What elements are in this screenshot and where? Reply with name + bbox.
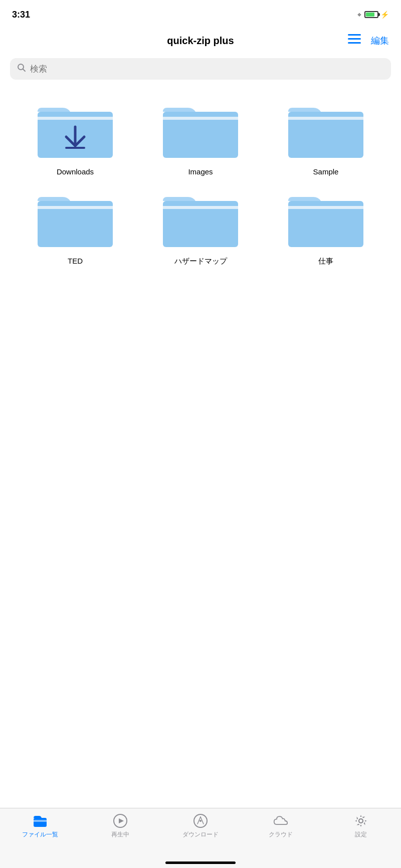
svg-rect-10: [163, 117, 238, 120]
bolt-icon: ⚡: [380, 11, 389, 19]
tab-label-playing: 再生中: [111, 830, 129, 839]
folder-item-downloads[interactable]: Downloads: [15, 98, 135, 177]
folder-label-work: 仕事: [318, 256, 333, 266]
folder-icon-sample: [286, 98, 366, 163]
status-time: 3:31: [12, 10, 30, 20]
tab-icon-files: [33, 813, 48, 828]
tab-settings[interactable]: 設定: [341, 813, 381, 839]
folder-item-images[interactable]: Images: [140, 98, 261, 177]
status-bar: 3:31 ⌖ ⚡: [0, 0, 401, 27]
folder-item-work[interactable]: 仕事: [266, 187, 386, 266]
folder-label-ted: TED: [68, 256, 83, 266]
file-grid: Downloads Images Sample: [0, 88, 401, 276]
svg-rect-6: [38, 117, 113, 120]
home-indicator: [165, 861, 236, 864]
battery-container: ⚡: [364, 11, 389, 19]
folder-icon-images: [160, 98, 241, 163]
folder-icon-downloads: [35, 98, 115, 163]
search-icon: [17, 63, 26, 75]
search-input[interactable]: [30, 64, 384, 74]
tab-playing[interactable]: 再生中: [100, 813, 140, 839]
tab-label-cloud: クラウド: [269, 830, 293, 839]
tab-download[interactable]: ダウンロード: [180, 813, 221, 839]
tab-icon-download: [193, 813, 208, 828]
svg-rect-0: [348, 34, 361, 36]
tab-files[interactable]: ファイル一覧: [20, 813, 60, 839]
folder-item-hazard-map[interactable]: ハザードマップ: [140, 187, 261, 266]
header: quick-zip plus 編集: [0, 27, 401, 54]
svg-rect-20: [34, 820, 47, 822]
folder-label-hazard-map: ハザードマップ: [174, 256, 227, 266]
folder-label-downloads: Downloads: [57, 167, 94, 177]
tab-cloud[interactable]: クラウド: [261, 813, 301, 839]
search-bar[interactable]: [10, 58, 391, 80]
edit-button[interactable]: 編集: [371, 35, 389, 47]
svg-rect-16: [163, 206, 238, 209]
svg-marker-22: [119, 818, 124, 823]
folder-item-ted[interactable]: TED: [15, 187, 135, 266]
tab-icon-cloud: [273, 813, 288, 828]
battery-icon: [364, 11, 378, 18]
svg-rect-2: [348, 42, 361, 44]
svg-point-28: [359, 819, 363, 823]
svg-rect-19: [34, 818, 47, 827]
tab-icon-settings: [353, 813, 368, 828]
tab-label-settings: 設定: [355, 830, 367, 839]
tab-label-download: ダウンロード: [182, 830, 219, 839]
tab-bar: ファイル一覧 再生中 ダウンロード: [0, 808, 401, 868]
folder-icon-hazard-map: [160, 187, 241, 252]
app-title: quick-zip plus: [167, 35, 234, 47]
svg-rect-14: [38, 206, 113, 209]
folder-label-sample: Sample: [313, 167, 339, 177]
location-icon: ⌖: [357, 11, 361, 19]
tab-icon-playing: [113, 813, 128, 828]
svg-rect-12: [288, 117, 363, 120]
battery-fill: [366, 13, 374, 17]
folder-icon-work: [286, 187, 366, 252]
svg-point-26: [199, 820, 202, 822]
folder-label-images: Images: [188, 167, 213, 177]
search-container: [0, 54, 401, 88]
svg-rect-18: [288, 206, 363, 209]
folder-item-sample[interactable]: Sample: [266, 98, 386, 177]
header-actions: 編集: [348, 34, 389, 48]
tab-label-files: ファイル一覧: [22, 830, 58, 839]
svg-rect-1: [348, 38, 361, 40]
svg-line-4: [23, 69, 26, 72]
folder-icon-ted: [35, 187, 115, 252]
list-view-icon[interactable]: [348, 34, 361, 48]
status-icons: ⌖ ⚡: [357, 11, 389, 19]
